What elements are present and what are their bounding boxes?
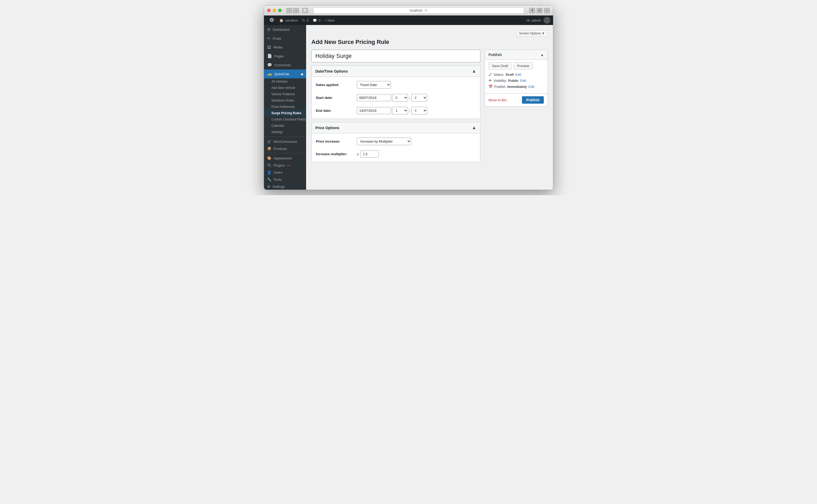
end-date-input[interactable] [357,107,391,114]
visibility-row: 👁 Visibility: Public Edit [489,79,544,83]
price-metabox-title: Price Options [315,126,339,130]
toolbar-new[interactable]: + New [323,16,337,25]
visibility-edit-link[interactable]: Edit [520,79,526,83]
dates-applied-row: Dates applied: Fixed Date Day of Week Re… [316,81,476,89]
end-hour-select[interactable]: 17 [392,107,408,114]
sidebar-item-woocommerce[interactable]: 🛒 WooCommerce [264,138,306,145]
sidebar-item-settings[interactable]: ⚙ Settings [264,183,306,190]
sidebar-item-settings-qc[interactable]: Settings [264,129,306,135]
sidebar-item-surge-pricing[interactable]: Surge Pricing Rules [264,110,306,116]
sidebar-item-add-new-vehicle[interactable]: Add New Vehicle [264,85,306,91]
sidebar-item-tools[interactable]: 🔧 Tools [264,175,306,183]
appearance-label: Appearance [273,156,292,160]
save-draft-button[interactable]: Save Draft [489,62,512,69]
start-date-row: Start date: 09 : 00 [316,94,476,102]
publish-collapse-icon[interactable]: ▲ [540,53,544,57]
multiplier-row: Increase multiplier: x [316,150,476,158]
tools-label: Tools [273,178,281,182]
tools-icon: 🔧 [267,178,271,182]
main-content: Screen Options ▼ Add New Surce Pricing R… [306,25,553,190]
reload-icon[interactable]: ↻ [425,8,428,12]
toolbar-comments[interactable]: 💬 0 [310,16,322,25]
forward-button[interactable]: › [293,8,299,13]
fixed-addresses-label: Fixed Addresses [271,105,295,109]
datetime-metabox-header[interactable]: Date/Time Options ▲ [312,66,480,77]
toolbar-updates[interactable]: ↻ 2 [300,16,310,25]
back-button[interactable]: ‹ [286,8,292,13]
end-minute-select[interactable]: 00 [412,107,427,114]
start-hour-select[interactable]: 09 [392,94,408,102]
start-minute-select[interactable]: 00 [412,94,427,102]
status-label: Status: [494,73,504,77]
settings-label: Settings [272,185,285,189]
multiplier-x-symbol: x [357,152,359,156]
sidebar-item-calendar[interactable]: Calendar [264,123,306,129]
sidebar-label-pages: Pages [274,54,284,58]
sidebar-item-geofence-rules[interactable]: Geofence Rules [264,97,306,104]
toolbar-wp-logo[interactable]: 🅦 [267,16,277,25]
publish-header[interactable]: Publish ▲ [485,50,548,60]
multiplier-input[interactable] [360,150,379,158]
publish-button[interactable]: Publish [522,96,544,104]
sidebar-item-pages[interactable]: 📄 Pages [264,52,306,61]
sidebar-label-media: Media [273,45,282,49]
plus-button[interactable]: + [544,8,550,13]
sidebar-item-all-vehicles[interactable]: All Vehicles [264,78,306,85]
publish-box: Publish ▲ Save Draft Preview 🖊 [485,50,548,107]
sidebar-item-custom-checkout[interactable]: Custom Checkout Fields [264,116,306,123]
visibility-icon: 👁 [489,79,492,83]
preview-button[interactable]: Preview [514,62,533,69]
sidebar-item-plugins[interactable]: 🔌 Plugins [264,161,306,168]
tab-button[interactable]: ⬜ [302,8,308,13]
settings-icon: ⚙ [267,185,270,189]
datetime-collapse-icon[interactable]: ▲ [472,68,477,74]
datetime-metabox-title: Date/Time Options [315,69,348,73]
comments-count: 0 [318,18,320,22]
post-title-input[interactable] [311,50,480,62]
minimize-button[interactable] [273,9,276,12]
sidebar-item-comments[interactable]: 💬 Comments [264,61,306,69]
sidebar-item-products[interactable]: 📦 Products [264,145,306,152]
price-increase-select[interactable]: Increase by Multiplier Increase by Fixed… [357,138,411,145]
new-label: + New [325,18,334,22]
move-to-bin-button[interactable]: Move to Bin [489,98,507,102]
start-date-input[interactable] [357,94,391,101]
status-value: Draft [506,73,514,77]
visibility-value: Public [508,79,519,83]
sidebar-item-fixed-addresses[interactable]: Fixed Addresses [264,104,306,110]
dates-applied-select[interactable]: Fixed Date Day of Week Recurring [357,81,391,89]
wp-logo-icon: 🅦 [270,18,274,23]
sidebar-item-media[interactable]: 🖼 Media [264,43,306,52]
dashboard-icon: ⊞ [267,27,270,32]
settings-qc-label: Settings [271,130,283,134]
user-greeting: Hi, admin [525,18,543,22]
screen-options-button[interactable]: Screen Options ▼ [516,30,548,37]
mac-titlebar: ‹ › ⬜ localhost ↻ ⬆ ⧉ + [264,6,553,16]
woocommerce-label: WooCommerce [273,140,297,144]
sidebar-item-posts[interactable]: ✏ Posts [264,34,306,43]
sidebar-item-dashboard[interactable]: ⊞ Dashboard [264,25,306,34]
sidebar-item-appearance[interactable]: 🎨 Appearance [264,154,306,161]
status-edit-link[interactable]: Edit [515,73,521,77]
newwindow-button[interactable]: ⧉ [537,8,543,13]
sidebar-label-quickcab: QuickCab [274,72,289,76]
maximize-button[interactable] [278,9,282,12]
sidebar-item-quickcab[interactable]: 🚕 QuickCab ◀ [264,69,306,78]
quickcab-icon: 🚕 [267,72,272,76]
start-date-label: Start date: [316,96,353,100]
close-button[interactable] [267,9,270,12]
price-collapse-icon[interactable]: ▲ [472,125,477,130]
price-metabox-header[interactable]: Price Options ▲ [312,122,480,133]
appearance-icon: 🎨 [267,156,271,160]
publish-timing-edit-link[interactable]: Edit [529,85,534,89]
products-label: Products [273,147,287,151]
price-metabox: Price Options ▲ Price increase: Increase… [311,122,480,162]
sidebar-item-vehicle-features[interactable]: Vehicle Features [264,91,306,97]
add-new-vehicle-label: Add New Vehicle [271,86,295,90]
address-bar[interactable]: localhost ↻ [313,7,524,14]
sidebar-item-users[interactable]: 👤 Users [264,168,306,175]
toolbar-site-name[interactable]: 🏠 sandbox [277,16,300,25]
share-button[interactable]: ⬆ [529,8,535,13]
screen-options-bar: Screen Options ▼ [311,30,548,37]
end-date-row: End date: 17 : 00 [316,107,476,114]
